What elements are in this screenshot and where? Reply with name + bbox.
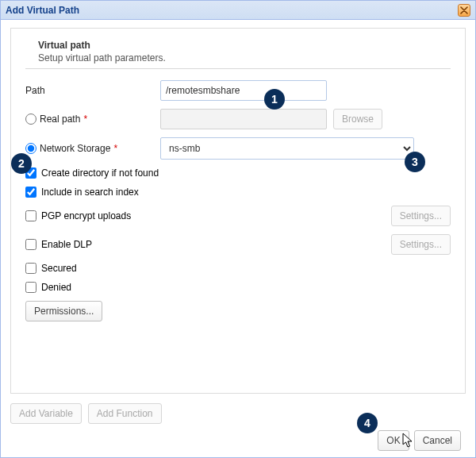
section-title: Virtual path: [38, 40, 451, 51]
required-asterisk: *: [113, 143, 117, 154]
add-variable-button: Add Variable: [10, 403, 82, 424]
real-path-label: Real path: [40, 114, 80, 125]
create-dir-checkbox[interactable]: [25, 167, 36, 179]
bottom-utility-row: Add Variable Add Function: [10, 403, 466, 424]
divider: [25, 68, 451, 69]
close-icon[interactable]: [458, 4, 470, 17]
pgp-label: PGP encrypt uploads: [41, 210, 131, 221]
dlp-label: Enable DLP: [41, 239, 92, 250]
dlp-settings-button: Settings...: [391, 234, 451, 255]
required-asterisk: *: [83, 114, 87, 125]
form-panel: Virtual path Setup virtual path paramete…: [10, 28, 466, 394]
secured-label: Secured: [41, 263, 77, 274]
dialog-footer: OK Cancel: [10, 430, 466, 451]
real-path-input: [160, 109, 327, 129]
row-path: Path: [25, 80, 451, 101]
dlp-checkbox[interactable]: [25, 239, 36, 250]
dialog-title: Add Virtual Path: [6, 5, 79, 16]
real-path-radio[interactable]: [25, 114, 36, 125]
path-label: Path: [25, 85, 160, 96]
include-index-label: Include in search index: [41, 187, 139, 198]
path-input[interactable]: [160, 80, 327, 101]
titlebar: Add Virtual Path: [1, 1, 475, 20]
browse-button: Browse: [333, 109, 382, 129]
row-secured: Secured: [25, 263, 451, 274]
row-include-index: Include in search index: [25, 187, 451, 198]
row-dlp: Enable DLP Settings...: [25, 234, 451, 255]
denied-checkbox[interactable]: [25, 282, 36, 293]
network-storage-label: Network Storage: [40, 143, 110, 154]
row-network-storage: Network Storage* ns-smb: [25, 137, 451, 160]
include-index-checkbox[interactable]: [25, 187, 36, 198]
row-real-path: Real path* Browse: [25, 109, 451, 129]
ok-button[interactable]: OK: [378, 430, 409, 451]
permissions-button[interactable]: Permissions...: [25, 301, 102, 321]
denied-label: Denied: [41, 282, 71, 293]
row-pgp: PGP encrypt uploads Settings...: [25, 206, 451, 226]
secured-checkbox[interactable]: [25, 263, 36, 274]
add-function-button: Add Function: [88, 403, 162, 424]
dialog-body: Virtual path Setup virtual path paramete…: [1, 20, 475, 457]
pgp-checkbox[interactable]: [25, 210, 36, 221]
network-storage-select[interactable]: ns-smb: [160, 137, 414, 160]
create-dir-label: Create directory if not found: [41, 167, 159, 179]
row-denied: Denied: [25, 282, 451, 293]
pgp-settings-button: Settings...: [391, 206, 451, 226]
cancel-button[interactable]: Cancel: [414, 430, 461, 451]
network-storage-radio[interactable]: [25, 143, 36, 154]
dialog-add-virtual-path: Add Virtual Path Virtual path Setup virt…: [0, 0, 476, 458]
row-create-dir: Create directory if not found: [25, 167, 451, 179]
section-subtitle: Setup virtual path parameters.: [38, 52, 451, 64]
